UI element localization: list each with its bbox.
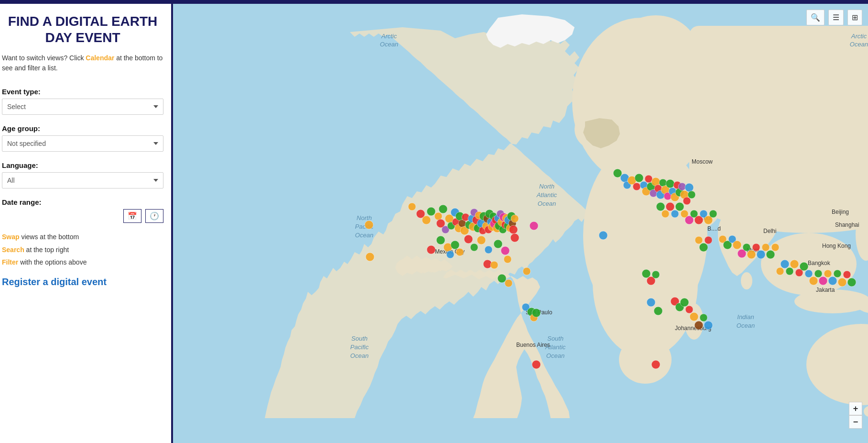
clock-icon: 🕐 xyxy=(150,212,159,220)
calendar-link[interactable]: Calendar xyxy=(86,54,114,62)
svg-point-117 xyxy=(470,244,478,251)
svg-point-110 xyxy=(427,245,435,254)
svg-point-197 xyxy=(805,270,813,277)
age-group-label: Age group: xyxy=(2,124,163,133)
svg-point-188 xyxy=(762,244,770,251)
svg-point-134 xyxy=(532,360,541,369)
svg-text:Shanghai: Shanghai xyxy=(835,222,859,228)
svg-point-133 xyxy=(532,309,541,317)
tips-section: Swap views at the bottom Search at the t… xyxy=(2,231,163,269)
sidebar-description: Want to switch views? Click Calendar at … xyxy=(2,53,163,73)
svg-point-184 xyxy=(743,244,750,251)
tip-filter: Filter with the options above xyxy=(2,256,163,269)
svg-point-57 xyxy=(366,253,374,261)
svg-point-214 xyxy=(704,321,713,330)
svg-point-163 xyxy=(656,202,665,211)
event-type-label: Event type: xyxy=(2,88,163,96)
svg-point-64 xyxy=(439,205,447,213)
svg-point-206 xyxy=(847,278,856,287)
sidebar-title: FIND A DIGITAL EARTH DAY EVENT xyxy=(2,13,163,45)
age-group-select[interactable]: Not specified xyxy=(2,135,163,152)
map-zoom-controls: + − xyxy=(849,402,862,429)
svg-point-189 xyxy=(766,250,775,259)
svg-point-126 xyxy=(530,222,538,230)
svg-text:Arctic: Arctic xyxy=(381,33,397,40)
svg-point-158 xyxy=(678,183,686,190)
date-range-label: Date range: xyxy=(2,198,163,206)
swap-keyword[interactable]: Swap xyxy=(2,233,20,241)
svg-point-217 xyxy=(652,271,660,278)
svg-point-121 xyxy=(501,246,510,255)
svg-text:South: South xyxy=(351,335,368,342)
svg-point-109 xyxy=(511,215,519,222)
tip-search: Search at the top right xyxy=(2,244,163,256)
svg-point-212 xyxy=(694,321,703,330)
svg-point-202 xyxy=(828,277,837,285)
svg-point-160 xyxy=(683,197,691,205)
svg-point-192 xyxy=(781,260,789,268)
svg-point-116 xyxy=(464,235,473,244)
date-range-filter: Date range: 📅 🕐 xyxy=(2,193,163,223)
list-view-button[interactable]: ☰ xyxy=(828,10,844,25)
event-type-filter: Event type: Select xyxy=(2,83,163,120)
svg-point-203 xyxy=(834,270,841,277)
svg-text:Pacific: Pacific xyxy=(350,343,369,351)
svg-point-185 xyxy=(747,250,756,259)
svg-text:Ocean: Ocean xyxy=(546,352,564,359)
svg-text:Ocean: Ocean xyxy=(850,41,868,48)
svg-point-193 xyxy=(786,267,793,275)
search-button[interactable]: 🔍 xyxy=(806,10,825,25)
svg-text:Buenos Aires: Buenos Aires xyxy=(516,342,550,348)
svg-point-190 xyxy=(771,244,779,251)
register-event-link[interactable]: Register a digital event xyxy=(2,277,163,288)
language-label: Language: xyxy=(2,161,163,169)
svg-point-211 xyxy=(690,312,698,321)
svg-point-187 xyxy=(757,250,765,259)
svg-point-174 xyxy=(709,210,717,218)
svg-point-200 xyxy=(819,277,827,285)
svg-point-167 xyxy=(675,202,684,211)
svg-text:Ocean: Ocean xyxy=(737,322,755,329)
svg-point-175 xyxy=(599,231,608,240)
tip-swap-text: views at the bottom xyxy=(21,233,79,241)
world-map: Arctic Ocean Arctic Ocean North Pacific … xyxy=(173,4,868,443)
svg-text:Beijing: Beijing xyxy=(832,209,849,215)
tip-swap: Swap views at the bottom xyxy=(2,231,163,244)
search-keyword[interactable]: Search xyxy=(2,246,24,254)
svg-text:B....d: B....d xyxy=(707,225,721,232)
svg-point-119 xyxy=(485,246,492,254)
svg-point-114 xyxy=(451,241,459,249)
svg-point-129 xyxy=(523,267,531,275)
calendar-icon: 📅 xyxy=(128,212,137,220)
svg-point-135 xyxy=(651,360,660,369)
svg-point-218 xyxy=(647,298,655,307)
svg-text:Delhi: Delhi xyxy=(763,228,776,234)
filter-keyword[interactable]: Filter xyxy=(2,258,18,266)
language-select[interactable]: All xyxy=(2,172,163,188)
svg-point-153 xyxy=(666,179,674,188)
clock-picker-button[interactable]: 🕐 xyxy=(145,209,163,223)
svg-point-113 xyxy=(446,251,454,258)
tip-search-text: at the top right xyxy=(26,246,69,254)
svg-point-194 xyxy=(790,260,799,268)
svg-point-122 xyxy=(504,255,511,263)
svg-point-209 xyxy=(680,298,689,307)
svg-text:Indian: Indian xyxy=(737,313,754,321)
svg-point-115 xyxy=(456,248,464,256)
svg-text:Ocean: Ocean xyxy=(380,41,398,48)
zoom-out-button[interactable]: − xyxy=(849,415,862,429)
svg-point-166 xyxy=(671,210,679,218)
svg-point-8 xyxy=(619,336,672,384)
top-border xyxy=(0,0,868,4)
calendar-picker-button[interactable]: 📅 xyxy=(123,209,141,223)
zoom-in-button[interactable]: + xyxy=(849,402,862,415)
grid-view-button[interactable]: ⊞ xyxy=(847,10,862,25)
event-type-select[interactable]: Select xyxy=(2,99,163,115)
svg-point-196 xyxy=(800,262,808,271)
svg-point-201 xyxy=(824,270,832,277)
svg-point-177 xyxy=(699,243,708,252)
svg-point-125 xyxy=(490,261,498,269)
svg-point-18 xyxy=(741,272,752,289)
svg-point-199 xyxy=(814,270,822,277)
svg-point-198 xyxy=(809,277,818,285)
